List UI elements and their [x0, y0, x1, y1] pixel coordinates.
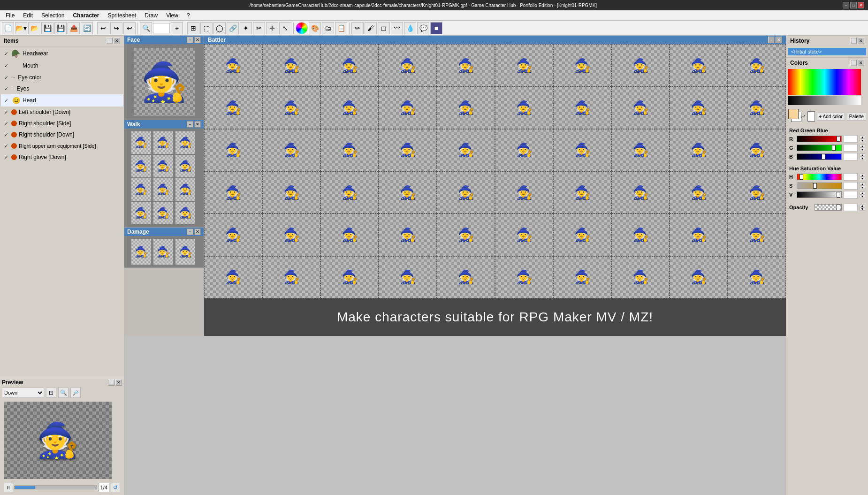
toolbar-move[interactable]: ✛ — [266, 22, 278, 34]
refresh-button[interactable]: ↺ — [111, 483, 120, 492]
minimize-button[interactable]: − — [843, 2, 849, 8]
menu-spritesheet[interactable]: Spritesheet — [104, 11, 140, 20]
toolbar-smudge[interactable]: 〰 — [391, 22, 403, 34]
preview-close-btn[interactable]: ✕ — [115, 379, 122, 386]
toolbar-note[interactable]: 💬 — [417, 22, 429, 34]
spin-s-down[interactable]: ▼ — [860, 186, 865, 189]
toolbar-color-wheel[interactable] — [296, 22, 308, 34]
list-item-right-shoulder-down[interactable]: ✓ Right shoulder [Down] — [1, 129, 123, 140]
spin-g-down[interactable]: ▼ — [860, 148, 865, 151]
slider-h-track[interactable] — [797, 174, 842, 180]
slider-b-thumb[interactable] — [822, 154, 825, 160]
toolbar-crop[interactable]: ✂ — [253, 22, 265, 34]
color-wheel-bottom[interactable] — [788, 96, 861, 105]
spin-b-down[interactable]: ▼ — [860, 157, 865, 160]
menu-character[interactable]: Character — [69, 11, 103, 20]
toolbar-import[interactable]: 🔄 — [81, 22, 93, 34]
slider-s-thumb[interactable] — [813, 183, 817, 189]
slider-r-track[interactable] — [797, 136, 842, 142]
spin-s-up[interactable]: ▲ — [860, 183, 865, 186]
list-item-right-glove-down[interactable]: ✓ Right glove [Down] — [1, 152, 123, 163]
list-item-mouth[interactable]: ✓ Mouth — [1, 60, 123, 72]
spin-g-up[interactable]: ▲ — [860, 145, 865, 148]
face-close-btn[interactable]: ✕ — [194, 37, 201, 43]
spin-v-up[interactable]: ▲ — [860, 191, 865, 195]
list-item-head[interactable]: ✓ 😐 Head — [1, 94, 123, 107]
colors-expand-btn[interactable]: ⬜ — [850, 60, 857, 66]
toolbar-open[interactable]: 📂 — [28, 22, 40, 34]
toolbar-transform[interactable]: ⤡ — [279, 22, 291, 34]
color-swatch-white-box[interactable] — [807, 111, 815, 122]
preview-zoom-in[interactable]: 🔍 — [58, 388, 69, 398]
preview-expand-btn[interactable]: ⬜ — [108, 379, 114, 386]
spin-opacity-down[interactable]: ▼ — [860, 207, 865, 211]
toolbar-overlay[interactable]: 📋 — [335, 22, 347, 34]
slider-v-track[interactable] — [797, 191, 842, 198]
slider-r-thumb[interactable] — [837, 136, 840, 142]
battler-close-btn[interactable]: ✕ — [776, 37, 782, 43]
toolbar-fill[interactable]: 🗂 — [322, 22, 334, 34]
damage-close-btn[interactable]: ✕ — [194, 228, 201, 235]
toolbar-magic-wand[interactable]: ✦ — [240, 22, 252, 34]
preview-zoom-out[interactable]: 🔎 — [70, 388, 81, 398]
maximize-button[interactable]: □ — [850, 2, 857, 8]
menu-view[interactable]: View — [162, 11, 182, 20]
toolbar-zoom-fit[interactable]: 🔍 — [140, 22, 152, 34]
slider-r-value[interactable]: 255 — [844, 135, 858, 143]
color-wheel[interactable] — [788, 69, 861, 95]
toolbar-redo[interactable]: ↪ — [110, 22, 122, 34]
damage-minimize-btn[interactable]: − — [187, 228, 193, 235]
toolbar-rect-fill[interactable]: ■ — [430, 22, 442, 34]
list-item-left-shoulder-down[interactable]: ✓ Left shoulder [Down] — [1, 107, 123, 118]
slider-h-value[interactable]: 35 — [844, 173, 858, 181]
slider-b-track[interactable] — [797, 153, 842, 160]
toolbar-eraser[interactable]: ◻ — [378, 22, 390, 34]
toolbar-save[interactable]: 💾 — [41, 22, 53, 34]
face-minimize-btn[interactable]: − — [187, 37, 193, 43]
walk-close-btn[interactable]: ✕ — [194, 121, 201, 128]
opacity-value[interactable]: 255 — [844, 204, 858, 211]
toolbar-color-pick[interactable]: 🎨 — [309, 22, 321, 34]
palette-button[interactable]: Palette — [847, 113, 866, 121]
toolbar-lasso[interactable]: 🔗 — [227, 22, 239, 34]
spin-r-down[interactable]: ▼ — [860, 139, 865, 142]
toolbar-new[interactable]: 📄 — [2, 22, 14, 34]
battler-minimize-btn[interactable]: − — [768, 37, 775, 43]
toolbar-brush[interactable]: 🖌 — [365, 22, 377, 34]
menu-file[interactable]: File — [2, 11, 18, 20]
close-button[interactable]: ✕ — [858, 2, 864, 8]
menu-help[interactable]: ? — [183, 11, 194, 20]
list-item-right-shoulder-side[interactable]: ✓ Right shoulder [Side] — [1, 118, 123, 129]
play-pause-button[interactable]: ⏸ — [4, 483, 13, 492]
history-expand-btn[interactable]: ⬜ — [850, 38, 857, 44]
list-item-eye-color[interactable]: ✓ ··· Eye color — [1, 72, 123, 83]
toolbar-zoom-in[interactable]: + — [171, 22, 183, 34]
list-item-headwear[interactable]: ✓ 🪖 Headwear — [1, 47, 123, 60]
slider-v-thumb[interactable] — [837, 192, 840, 198]
slider-b-value[interactable]: 154 — [844, 153, 858, 160]
slider-h-thumb[interactable] — [799, 174, 803, 180]
spin-h-down[interactable]: ▼ — [860, 177, 865, 180]
toolbar-grid[interactable]: ⊞ — [187, 22, 199, 34]
items-close-btn[interactable]: ✕ — [114, 38, 120, 44]
toolbar-undo2[interactable]: ↩ — [123, 22, 136, 34]
zoom-input[interactable]: x1 — [153, 23, 170, 33]
preview-zoom-fit[interactable]: ⊡ — [46, 388, 56, 398]
toolbar-open-dropdown[interactable]: 📂▾ — [15, 22, 27, 34]
walk-minimize-btn[interactable]: − — [187, 121, 193, 128]
toolbar-export[interactable]: 📤 — [68, 22, 80, 34]
menu-draw[interactable]: Draw — [141, 11, 161, 20]
colors-close-btn[interactable]: ✕ — [858, 60, 864, 66]
initial-state-item[interactable]: <Initial state> — [788, 48, 866, 55]
spin-h-up[interactable]: ▲ — [860, 174, 865, 177]
add-color-button[interactable]: + Add color — [817, 113, 845, 121]
toolbar-pencil[interactable]: ✏ — [351, 22, 364, 34]
toolbar-select-circle[interactable]: ◯ — [213, 22, 226, 34]
slider-g-thumb[interactable] — [832, 145, 836, 151]
spin-opacity-up[interactable]: ▲ — [860, 204, 865, 207]
color-swatch-primary[interactable] — [788, 109, 799, 119]
slider-g-track[interactable] — [797, 145, 842, 151]
list-item-right-upper-arm[interactable]: ✓ Right upper arm equipment [Side] — [1, 140, 123, 152]
opacity-thumb[interactable] — [837, 205, 840, 210]
menu-edit[interactable]: Edit — [19, 11, 37, 20]
